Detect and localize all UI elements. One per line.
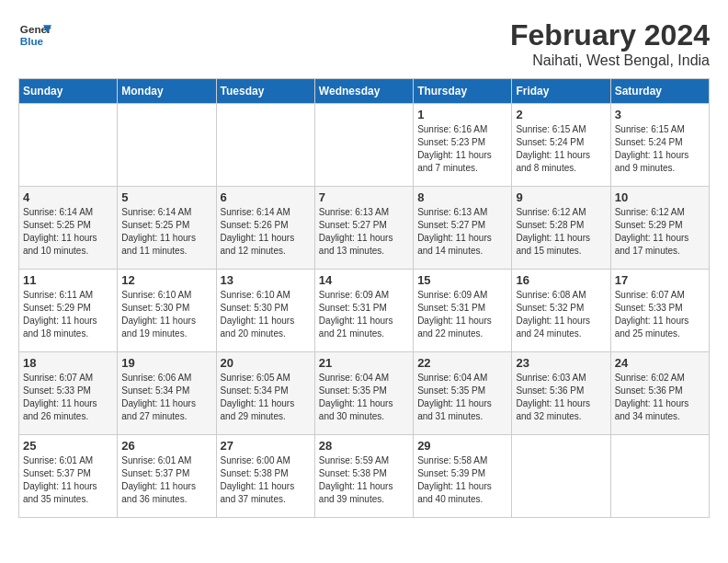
svg-text:Blue: Blue (20, 35, 44, 47)
calendar-cell: 5Sunrise: 6:14 AM Sunset: 5:25 PM Daylig… (118, 187, 216, 270)
day-number: 28 (319, 439, 409, 453)
calendar-cell (314, 104, 413, 187)
day-number: 16 (516, 273, 606, 287)
day-number: 24 (615, 356, 705, 370)
column-header-thursday: Thursday (414, 79, 512, 104)
day-number: 2 (516, 108, 606, 121)
day-info: Sunrise: 6:16 AM Sunset: 5:23 PM Dayligh… (417, 123, 507, 175)
day-number: 29 (417, 439, 507, 453)
calendar-cell: 1Sunrise: 6:16 AM Sunset: 5:23 PM Daylig… (414, 104, 512, 187)
calendar-cell: 3Sunrise: 6:15 AM Sunset: 5:24 PM Daylig… (610, 104, 709, 187)
calendar-cell: 4Sunrise: 6:14 AM Sunset: 5:25 PM Daylig… (19, 187, 118, 270)
day-info: Sunrise: 6:07 AM Sunset: 5:33 PM Dayligh… (23, 372, 113, 423)
title-block: February 2024 Naihati, West Bengal, Indi… (510, 18, 710, 69)
calendar-cell: 15Sunrise: 6:09 AM Sunset: 5:31 PM Dayli… (414, 270, 512, 352)
day-info: Sunrise: 6:00 AM Sunset: 5:38 PM Dayligh… (221, 454, 311, 506)
day-number: 15 (417, 273, 507, 287)
day-number: 8 (417, 190, 507, 204)
column-header-sunday: Sunday (19, 79, 118, 104)
day-info: Sunrise: 6:05 AM Sunset: 5:34 PM Dayligh… (221, 372, 311, 423)
day-number: 6 (221, 190, 311, 204)
week-row-5: 25Sunrise: 6:01 AM Sunset: 5:37 PM Dayli… (19, 435, 710, 518)
calendar-cell: 16Sunrise: 6:08 AM Sunset: 5:32 PM Dayli… (512, 270, 610, 352)
day-info: Sunrise: 6:01 AM Sunset: 5:37 PM Dayligh… (23, 454, 113, 506)
day-info: Sunrise: 6:12 AM Sunset: 5:29 PM Dayligh… (615, 206, 705, 258)
day-info: Sunrise: 6:09 AM Sunset: 5:31 PM Dayligh… (417, 289, 507, 340)
calendar-cell (19, 104, 118, 187)
day-number: 5 (121, 190, 211, 204)
day-info: Sunrise: 6:02 AM Sunset: 5:36 PM Dayligh… (615, 372, 705, 423)
day-info: Sunrise: 6:07 AM Sunset: 5:33 PM Dayligh… (615, 289, 705, 340)
day-number: 4 (23, 190, 113, 204)
day-info: Sunrise: 6:11 AM Sunset: 5:29 PM Dayligh… (23, 289, 113, 340)
day-number: 18 (23, 356, 113, 370)
calendar-cell: 23Sunrise: 6:03 AM Sunset: 5:36 PM Dayli… (512, 352, 610, 435)
day-info: Sunrise: 5:58 AM Sunset: 5:39 PM Dayligh… (417, 454, 507, 506)
calendar-cell: 28Sunrise: 5:59 AM Sunset: 5:38 PM Dayli… (314, 435, 413, 518)
day-number: 27 (221, 439, 311, 453)
column-header-friday: Friday (512, 79, 610, 104)
day-number: 21 (319, 356, 409, 370)
day-info: Sunrise: 6:15 AM Sunset: 5:24 PM Dayligh… (516, 123, 606, 175)
calendar-cell: 24Sunrise: 6:02 AM Sunset: 5:36 PM Dayli… (610, 352, 709, 435)
calendar-cell (216, 104, 314, 187)
day-info: Sunrise: 6:14 AM Sunset: 5:25 PM Dayligh… (121, 206, 211, 258)
day-info: Sunrise: 5:59 AM Sunset: 5:38 PM Dayligh… (319, 454, 409, 506)
day-info: Sunrise: 6:03 AM Sunset: 5:36 PM Dayligh… (516, 372, 606, 423)
week-row-1: 1Sunrise: 6:16 AM Sunset: 5:23 PM Daylig… (19, 104, 710, 187)
day-info: Sunrise: 6:10 AM Sunset: 5:30 PM Dayligh… (221, 289, 311, 340)
column-header-wednesday: Wednesday (314, 79, 413, 104)
day-info: Sunrise: 6:04 AM Sunset: 5:35 PM Dayligh… (319, 372, 409, 423)
page-subtitle: Naihati, West Bengal, India (510, 52, 710, 69)
day-number: 1 (417, 108, 507, 121)
calendar-cell: 6Sunrise: 6:14 AM Sunset: 5:26 PM Daylig… (216, 187, 314, 270)
day-info: Sunrise: 6:08 AM Sunset: 5:32 PM Dayligh… (516, 289, 606, 340)
day-info: Sunrise: 6:04 AM Sunset: 5:35 PM Dayligh… (417, 372, 507, 423)
day-info: Sunrise: 6:10 AM Sunset: 5:30 PM Dayligh… (121, 289, 211, 340)
calendar-table: SundayMondayTuesdayWednesdayThursdayFrid… (18, 78, 710, 518)
day-number: 17 (615, 273, 705, 287)
day-number: 7 (319, 190, 409, 204)
calendar-cell: 8Sunrise: 6:13 AM Sunset: 5:27 PM Daylig… (414, 187, 512, 270)
day-info: Sunrise: 6:12 AM Sunset: 5:28 PM Dayligh… (516, 206, 606, 258)
day-info: Sunrise: 6:01 AM Sunset: 5:37 PM Dayligh… (121, 454, 211, 506)
calendar-cell: 2Sunrise: 6:15 AM Sunset: 5:24 PM Daylig… (512, 104, 610, 187)
logo-icon: General Blue (18, 18, 51, 52)
calendar-cell: 20Sunrise: 6:05 AM Sunset: 5:34 PM Dayli… (216, 352, 314, 435)
day-number: 12 (121, 273, 211, 287)
calendar-cell: 22Sunrise: 6:04 AM Sunset: 5:35 PM Dayli… (414, 352, 512, 435)
week-row-4: 18Sunrise: 6:07 AM Sunset: 5:33 PM Dayli… (19, 352, 710, 435)
calendar-cell: 21Sunrise: 6:04 AM Sunset: 5:35 PM Dayli… (314, 352, 413, 435)
day-number: 20 (221, 356, 311, 370)
calendar-cell: 19Sunrise: 6:06 AM Sunset: 5:34 PM Dayli… (118, 352, 216, 435)
day-number: 26 (121, 439, 211, 453)
calendar-cell (512, 435, 610, 518)
day-info: Sunrise: 6:06 AM Sunset: 5:34 PM Dayligh… (121, 372, 211, 423)
calendar-cell: 10Sunrise: 6:12 AM Sunset: 5:29 PM Dayli… (610, 187, 709, 270)
day-number: 10 (615, 190, 705, 204)
page-title: February 2024 (510, 18, 710, 52)
calendar-cell: 26Sunrise: 6:01 AM Sunset: 5:37 PM Dayli… (118, 435, 216, 518)
logo: General Blue (18, 18, 51, 52)
column-header-tuesday: Tuesday (216, 79, 314, 104)
calendar-cell (118, 104, 216, 187)
column-header-monday: Monday (118, 79, 216, 104)
header-row: SundayMondayTuesdayWednesdayThursdayFrid… (19, 79, 710, 104)
day-number: 14 (319, 273, 409, 287)
week-row-2: 4Sunrise: 6:14 AM Sunset: 5:25 PM Daylig… (19, 187, 710, 270)
day-number: 11 (23, 273, 113, 287)
calendar-cell: 7Sunrise: 6:13 AM Sunset: 5:27 PM Daylig… (314, 187, 413, 270)
week-row-3: 11Sunrise: 6:11 AM Sunset: 5:29 PM Dayli… (19, 270, 710, 352)
day-number: 3 (615, 108, 705, 121)
calendar-cell: 12Sunrise: 6:10 AM Sunset: 5:30 PM Dayli… (118, 270, 216, 352)
calendar-cell: 27Sunrise: 6:00 AM Sunset: 5:38 PM Dayli… (216, 435, 314, 518)
day-number: 23 (516, 356, 606, 370)
calendar-cell: 18Sunrise: 6:07 AM Sunset: 5:33 PM Dayli… (19, 352, 118, 435)
day-info: Sunrise: 6:15 AM Sunset: 5:24 PM Dayligh… (615, 123, 705, 175)
calendar-cell: 9Sunrise: 6:12 AM Sunset: 5:28 PM Daylig… (512, 187, 610, 270)
calendar-cell (610, 435, 709, 518)
day-info: Sunrise: 6:09 AM Sunset: 5:31 PM Dayligh… (319, 289, 409, 340)
day-number: 9 (516, 190, 606, 204)
column-header-saturday: Saturday (610, 79, 709, 104)
day-number: 19 (121, 356, 211, 370)
